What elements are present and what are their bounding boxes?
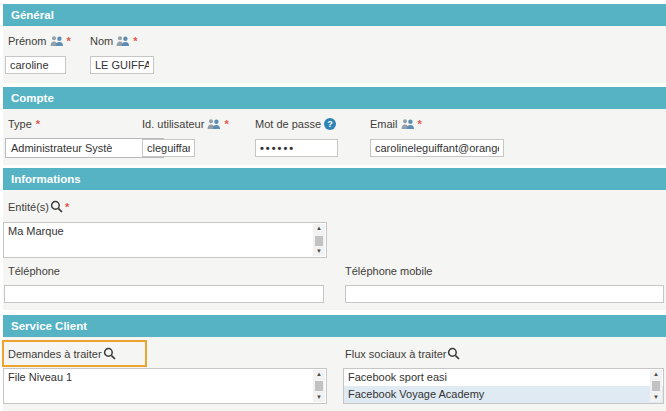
flux-listbox[interactable]: Facebook sport easi Facebook Voyage Acad… xyxy=(343,368,664,404)
users-icon xyxy=(401,119,414,129)
list-item[interactable]: Facebook sport easi xyxy=(344,369,663,386)
telephone-input[interactable] xyxy=(4,285,324,303)
nom-label-text: Nom xyxy=(90,35,113,47)
scroll-up-icon[interactable]: ▲ xyxy=(313,370,325,379)
email-input[interactable] xyxy=(370,139,504,157)
required-marker: * xyxy=(224,118,228,130)
search-icon[interactable] xyxy=(50,200,63,213)
list-item[interactable]: File Niveau 1 xyxy=(4,369,326,386)
id-utilisateur-input[interactable] xyxy=(142,139,195,157)
type-select[interactable]: Administrateur Systè xyxy=(5,138,164,158)
scrollbar[interactable]: ▲ ▼ xyxy=(650,370,662,402)
mot-de-passe-label: Mot de passe ? xyxy=(255,118,336,130)
required-marker: * xyxy=(36,118,40,130)
flux-label-text: Flux sociaux à traiter xyxy=(345,348,446,360)
prenom-label: Prénom * xyxy=(8,35,71,47)
users-icon xyxy=(50,36,63,46)
demandes-label-text: Demandes à traiter xyxy=(8,348,102,360)
section-header-informations: Informations xyxy=(3,168,666,190)
search-icon[interactable] xyxy=(103,347,116,360)
required-marker: * xyxy=(67,35,71,47)
type-label-text: Type xyxy=(8,118,32,130)
prenom-input[interactable] xyxy=(5,56,66,74)
required-marker: * xyxy=(418,118,422,130)
nom-label: Nom * xyxy=(90,35,138,47)
type-label: Type* xyxy=(8,118,40,130)
required-marker: * xyxy=(65,201,69,213)
type-select-value: Administrateur Systè xyxy=(11,142,112,154)
section-header-general: Général xyxy=(3,4,666,26)
search-icon[interactable] xyxy=(447,347,460,360)
list-item-selected[interactable]: Facebook Voyage Academy xyxy=(344,386,663,403)
id-utilisateur-label-text: Id. utilisateur xyxy=(142,118,204,130)
telephone-mobile-label-text: Téléphone mobile xyxy=(345,265,432,277)
users-icon xyxy=(207,119,220,129)
telephone-label: Téléphone xyxy=(8,265,60,277)
demandes-listbox[interactable]: File Niveau 1 ▲ ▼ xyxy=(3,368,327,404)
scroll-up-icon[interactable]: ▲ xyxy=(650,370,662,379)
section-informations: Entité(s) * Ma Marque ▲ ▼ Téléphone Télé… xyxy=(3,190,666,310)
mot-de-passe-label-text: Mot de passe xyxy=(255,118,321,130)
scrollbar-thumb[interactable] xyxy=(315,381,323,391)
scrollbar-thumb[interactable] xyxy=(652,381,660,391)
entites-label-text: Entité(s) xyxy=(8,201,49,213)
email-label-text: Email xyxy=(370,118,398,130)
entites-label: Entité(s) * xyxy=(8,200,69,213)
scroll-down-icon[interactable]: ▼ xyxy=(650,393,662,402)
scroll-up-icon[interactable]: ▲ xyxy=(313,224,325,233)
scroll-down-icon[interactable]: ▼ xyxy=(313,393,325,402)
user-edit-form: Général Prénom * Nom * Compte Type* Id. … xyxy=(0,0,666,411)
required-marker: * xyxy=(133,35,137,47)
section-compte: Type* Id. utilisateur * Mot de passe ? E… xyxy=(3,109,666,165)
scrollbar[interactable]: ▲ ▼ xyxy=(313,370,325,402)
demandes-label: Demandes à traiter xyxy=(8,347,116,360)
scrollbar-thumb[interactable] xyxy=(315,236,323,246)
help-icon[interactable]: ? xyxy=(324,118,336,130)
telephone-mobile-input[interactable] xyxy=(345,285,664,303)
list-item[interactable]: Ma Marque xyxy=(4,223,326,240)
section-service-client: Demandes à traiter Flux sociaux à traite… xyxy=(3,337,666,411)
id-utilisateur-label: Id. utilisateur * xyxy=(142,118,229,130)
section-header-compte: Compte xyxy=(3,87,666,109)
mot-de-passe-input[interactable] xyxy=(255,139,338,157)
section-header-service-client: Service Client xyxy=(3,315,666,337)
telephone-mobile-label: Téléphone mobile xyxy=(345,265,432,277)
section-general: Prénom * Nom * xyxy=(3,26,666,83)
flux-label: Flux sociaux à traiter xyxy=(345,347,460,360)
prenom-label-text: Prénom xyxy=(8,35,47,47)
email-label: Email * xyxy=(370,118,422,130)
entites-listbox[interactable]: Ma Marque ▲ ▼ xyxy=(3,222,327,258)
scroll-down-icon[interactable]: ▼ xyxy=(313,247,325,256)
scrollbar[interactable]: ▲ ▼ xyxy=(313,224,325,256)
telephone-label-text: Téléphone xyxy=(8,265,60,277)
nom-input[interactable] xyxy=(90,56,154,74)
users-icon xyxy=(116,36,129,46)
